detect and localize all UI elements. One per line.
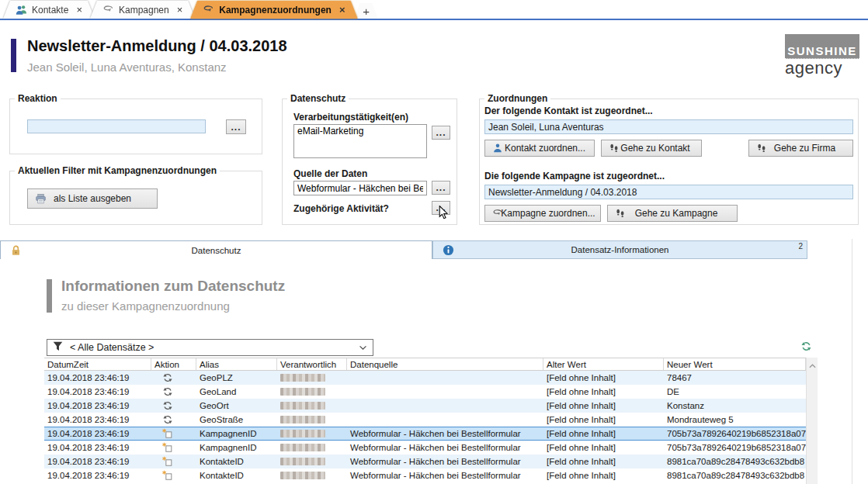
- logo-line2: agency: [785, 59, 859, 77]
- gehe-zu-kontakt-button[interactable]: Gehe zu Kontakt: [601, 140, 702, 157]
- cell-alias: GeoOrt: [196, 401, 277, 410]
- cell-alter-wert: [Feld ohne Inhalt]: [543, 443, 664, 452]
- cell-datenquelle: Webformular - Häkchen bei Bestellformula…: [347, 457, 543, 466]
- tab-bar: Kontakte × Kampagnen × Kampagnenzuordnun…: [0, 0, 868, 19]
- person-icon: [492, 143, 503, 154]
- update-icon: [162, 386, 173, 397]
- table-row[interactable]: 19.04.2018 23:46:19KampagnenIDWebformula…: [44, 427, 806, 441]
- vertical-scrollbar[interactable]: [806, 358, 818, 484]
- cell-verantwortlich: [277, 374, 347, 382]
- update-icon: [162, 372, 173, 383]
- footprints-icon: [609, 143, 620, 154]
- quelle-input[interactable]: [293, 181, 427, 195]
- tab-label: Kampagnenzuordnungen: [219, 5, 332, 16]
- subtab-datenschutz[interactable]: Datenschutz: [0, 240, 432, 259]
- cell-neuer-wert: Mondrauteweg 5: [664, 415, 806, 424]
- table-row[interactable]: 19.04.2018 23:46:19GeoStraße[Feld ohne I…: [44, 413, 806, 427]
- verarbeitung-textarea[interactable]: eMail-Marketing: [293, 124, 427, 158]
- cell-datumzeit: 19.04.2018 23:46:19: [44, 401, 151, 410]
- tab-label: Kontakte: [32, 5, 68, 16]
- cell-alter-wert: [Feld ohne Inhalt]: [543, 401, 664, 410]
- gehe-zu-kampagne-button[interactable]: Gehe zu Kampagne: [607, 205, 738, 222]
- als-liste-ausgeben-button[interactable]: als Liste ausgeben: [27, 188, 158, 209]
- column-header[interactable]: DatumZeit: [44, 358, 151, 370]
- aktivitaet-label: Zugehörige Aktivität?: [293, 203, 389, 214]
- new-record-icon: [162, 470, 173, 481]
- reaktion-legend: Reaktion: [15, 93, 61, 104]
- redacted-value: [280, 444, 325, 451]
- cell-alter-wert: [Feld ohne Inhalt]: [543, 457, 664, 466]
- close-icon[interactable]: ×: [177, 5, 183, 15]
- subtab-datensatz-informationen[interactable]: Datensatz-Informationen 2: [432, 240, 807, 259]
- column-header[interactable]: Alter Wert: [543, 358, 664, 370]
- gehe-zu-firma-button[interactable]: Gehe zu Firma: [748, 140, 853, 157]
- tab-kontakte[interactable]: Kontakte ×: [3, 1, 95, 19]
- column-header[interactable]: Datenquelle: [347, 358, 543, 370]
- cell-datenquelle: Webformular - Häkchen bei Bestellformula…: [347, 429, 543, 438]
- cell-alter-wert: [Feld ohne Inhalt]: [543, 429, 664, 438]
- redacted-value: [280, 388, 325, 396]
- datensatz-filter-combobox[interactable]: < Alle Datensätze >: [47, 339, 373, 356]
- column-header[interactable]: Verantwortlich: [277, 358, 347, 370]
- kontakt-value-field[interactable]: Jean Soleil, Luna Aventuras: [484, 119, 853, 134]
- table-row[interactable]: 19.04.2018 23:46:19GeoPLZ[Feld ohne Inha…: [44, 371, 806, 385]
- column-header[interactable]: Neuer Wert: [664, 358, 806, 370]
- verarbeitung-browse-button[interactable]: ...: [432, 126, 450, 140]
- zuordnungen-legend: Zuordnungen: [484, 93, 550, 104]
- verarbeitung-label: Verarbeitungstätigkeit(en): [293, 112, 408, 123]
- info-icon: [443, 244, 454, 257]
- close-icon[interactable]: ×: [339, 5, 345, 15]
- cell-alias: GeoStraße: [196, 415, 277, 424]
- column-header[interactable]: Aktion: [151, 358, 196, 370]
- table-body: 19.04.2018 23:46:19GeoPLZ[Feld ohne Inha…: [44, 371, 806, 482]
- kampagne-value-field[interactable]: Newsletter-Anmeldung / 04.03.2018: [484, 185, 853, 199]
- subtab-divider: [432, 258, 807, 259]
- footprints-icon: [615, 208, 626, 219]
- cell-neuer-wert: DE: [664, 387, 806, 396]
- close-icon[interactable]: ×: [76, 5, 82, 15]
- cell-alias: KampagnenID: [196, 429, 277, 438]
- quelle-browse-button[interactable]: ...: [432, 181, 450, 195]
- page-subtitle: Jean Soleil, Luna Aventuras, Konstanz: [27, 60, 227, 74]
- new-record-icon: [162, 428, 173, 439]
- cell-datenquelle: Webformular - Häkchen bei Bestellformula…: [347, 471, 543, 480]
- cell-verantwortlich: [277, 388, 347, 396]
- scroll-up-icon[interactable]: [809, 360, 816, 371]
- filter-selected-value: < Alle Datensätze >: [70, 342, 154, 353]
- cell-verantwortlich: [277, 402, 347, 410]
- reaktion-input[interactable]: [27, 119, 206, 133]
- table-header[interactable]: DatumZeit Aktion Alias Verantwortlich Da…: [44, 358, 806, 371]
- cell-alter-wert: [Feld ohne Inhalt]: [543, 415, 664, 424]
- new-tab-button[interactable]: +: [355, 3, 378, 19]
- table-row[interactable]: 19.04.2018 23:46:19GeoLand[Feld ohne Inh…: [44, 385, 806, 399]
- cell-verantwortlich: [277, 472, 347, 479]
- update-icon: [162, 400, 173, 411]
- cell-datumzeit: 19.04.2018 23:46:19: [44, 471, 151, 480]
- campaign-icon: [203, 4, 214, 16]
- kontakt-zuordnen-button[interactable]: Kontakt zuordnen...: [484, 140, 595, 157]
- filter-groupbox: Aktuellen Filter mit Kampagnenzuordnunge…: [9, 171, 262, 225]
- reaktion-browse-button[interactable]: ...: [226, 119, 246, 134]
- refresh-icon[interactable]: [800, 341, 812, 352]
- column-header[interactable]: Alias: [196, 358, 277, 370]
- kampagne-zuordnen-button[interactable]: Kampagne zuordnen...: [484, 205, 601, 222]
- section-accent-bar: [47, 279, 52, 313]
- table-row[interactable]: 19.04.2018 23:46:19KontakteIDWebformular…: [44, 455, 806, 468]
- cell-verantwortlich: [277, 430, 347, 437]
- datenschutz-legend: Datenschutz: [287, 93, 349, 104]
- tab-kampagnenzuordnungen[interactable]: Kampagnenzuordnungen ×: [190, 1, 357, 19]
- redacted-value: [280, 472, 325, 479]
- table-row[interactable]: 19.04.2018 23:46:19KampagnenIDWebformula…: [44, 441, 806, 455]
- zuordnungen-groupbox: Zuordnungen Der folgende Kontakt ist zug…: [479, 99, 859, 225]
- lock-icon: [10, 244, 22, 257]
- cell-alias: KontakteID: [196, 471, 277, 480]
- kontakt-zugeordnet-label: Der folgende Kontakt ist zugeordnet...: [484, 105, 653, 116]
- table-row[interactable]: 19.04.2018 23:46:19GeoOrt[Feld ohne Inha…: [44, 399, 806, 413]
- tab-kampagnen[interactable]: Kampagnen ×: [90, 1, 195, 19]
- redacted-value: [280, 374, 325, 382]
- cell-neuer-wert: 8981ca70a89c28478493c632bdb8: [664, 457, 806, 466]
- table-row[interactable]: 19.04.2018 23:46:19KontakteIDWebformular…: [44, 468, 806, 482]
- contacts-icon: [16, 4, 27, 16]
- cell-neuer-wert: 705b73a7892640219b6852318a07: [664, 429, 806, 438]
- footprints-icon: [756, 143, 767, 154]
